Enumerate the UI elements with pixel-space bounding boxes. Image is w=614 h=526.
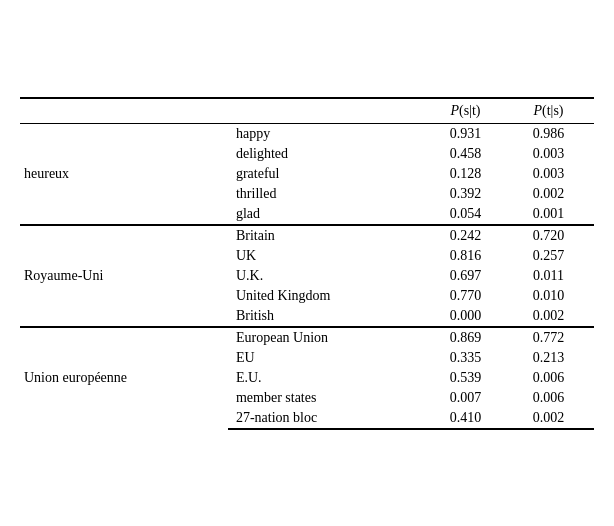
source-cell: Royaume-Uni (20, 225, 228, 327)
header-pst: P(s|t) (428, 98, 511, 124)
pst-value: 0.458 (428, 144, 511, 164)
pst-value: 0.816 (428, 246, 511, 266)
pst-value: 0.931 (428, 123, 511, 144)
pts-value: 0.006 (511, 388, 594, 408)
probability-table: P(s|t) P(t|s) heureuxhappy0.9310.986deli… (20, 97, 594, 430)
source-cell: heureux (20, 123, 228, 225)
target-cell: 27-nation bloc (228, 408, 428, 429)
pst-value: 0.697 (428, 266, 511, 286)
pst-value: 0.128 (428, 164, 511, 184)
pts-value: 0.257 (511, 246, 594, 266)
pst-value: 0.054 (428, 204, 511, 225)
target-cell: delighted (228, 144, 428, 164)
target-cell: Britain (228, 225, 428, 246)
pts-value: 0.011 (511, 266, 594, 286)
target-cell: member states (228, 388, 428, 408)
pst-value: 0.007 (428, 388, 511, 408)
pst-value: 0.000 (428, 306, 511, 327)
pts-value: 0.002 (511, 184, 594, 204)
target-cell: United Kingdom (228, 286, 428, 306)
pts-value: 0.003 (511, 144, 594, 164)
header-source (20, 98, 228, 124)
target-cell: UK (228, 246, 428, 266)
pts-value: 0.986 (511, 123, 594, 144)
pst-value: 0.392 (428, 184, 511, 204)
pst-value: 0.335 (428, 348, 511, 368)
source-cell: Union européenne (20, 327, 228, 429)
pts-value: 0.772 (511, 327, 594, 348)
pst-value: 0.410 (428, 408, 511, 429)
target-cell: European Union (228, 327, 428, 348)
pts-value: 0.213 (511, 348, 594, 368)
pts-value: 0.001 (511, 204, 594, 225)
pts-value: 0.003 (511, 164, 594, 184)
target-cell: British (228, 306, 428, 327)
target-cell: grateful (228, 164, 428, 184)
pts-value: 0.006 (511, 368, 594, 388)
pts-value: 0.720 (511, 225, 594, 246)
target-cell: E.U. (228, 368, 428, 388)
target-cell: EU (228, 348, 428, 368)
target-cell: glad (228, 204, 428, 225)
pts-value: 0.010 (511, 286, 594, 306)
header-target (228, 98, 428, 124)
pst-value: 0.869 (428, 327, 511, 348)
pst-value: 0.770 (428, 286, 511, 306)
pst-value: 0.242 (428, 225, 511, 246)
pts-value: 0.002 (511, 408, 594, 429)
pst-value: 0.539 (428, 368, 511, 388)
target-cell: thrilled (228, 184, 428, 204)
pts-value: 0.002 (511, 306, 594, 327)
header-pts: P(t|s) (511, 98, 594, 124)
target-cell: happy (228, 123, 428, 144)
target-cell: U.K. (228, 266, 428, 286)
